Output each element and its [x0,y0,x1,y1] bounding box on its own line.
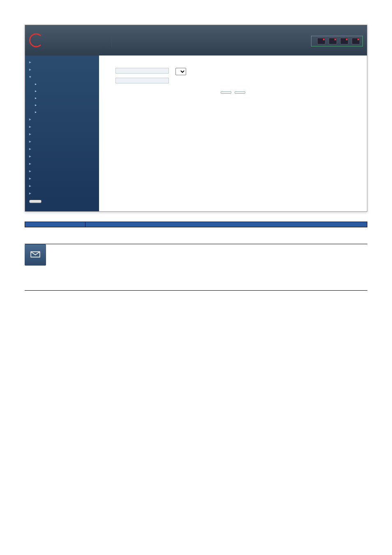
gbic-slot-icon [329,38,337,44]
sidebar-item-port-configuration[interactable] [25,80,99,87]
port-mirror-screenshot [25,25,367,212]
config-table [25,222,367,227]
sidebar-nav [25,56,99,211]
destination-port-select[interactable] [175,68,186,75]
sidebar-item-port-stats-detail[interactable] [25,94,99,101]
logo-icon [29,33,43,47]
sidebar-item-port-stats-overview[interactable] [25,87,99,94]
sidebar-item-sfp-module[interactable] [25,101,99,108]
sidebar-item-rstp[interactable] [25,130,99,137]
sidebar-item-lldp[interactable] [25,182,99,189]
gbic-slot-icon [340,38,348,44]
header-right [304,34,363,46]
page-rule [25,290,367,291]
apply-button[interactable] [221,91,231,94]
sidebar-item-qos[interactable] [25,145,99,152]
screenshot-header [25,25,367,56]
gbic-slot-icon [317,38,325,44]
switch-port-panel [122,30,304,51]
brand-logo [29,33,112,47]
sidebar-item-green[interactable] [25,189,99,197]
destination-port-label [115,68,169,74]
sidebar-item-multicast[interactable] [25,137,99,145]
sidebar-item-link-agg[interactable] [25,115,99,123]
screenshot-main [99,56,367,211]
logout-button[interactable] [29,200,42,203]
sidebar-item-filter[interactable] [25,160,99,167]
sidebar-item-mac[interactable] [25,167,99,174]
table-head-object [25,222,85,227]
gbic-slot-icon [352,38,360,44]
sidebar-item-system[interactable] [25,58,99,65]
sidebar-item-port-mirror[interactable] [25,108,99,115]
sidebar-item-port-management[interactable] [25,73,99,80]
sidebar-item-vlan[interactable] [25,123,99,130]
sidebar-item-snmp[interactable] [25,65,99,73]
note-icon [25,244,46,266]
table-head-desc [85,222,367,227]
sidebar-item-diagnostics[interactable] [25,174,99,182]
refresh-button[interactable] [235,91,245,94]
sidebar-item-8021x[interactable] [25,152,99,160]
source-port-label [115,78,169,83]
note-block [25,244,367,266]
